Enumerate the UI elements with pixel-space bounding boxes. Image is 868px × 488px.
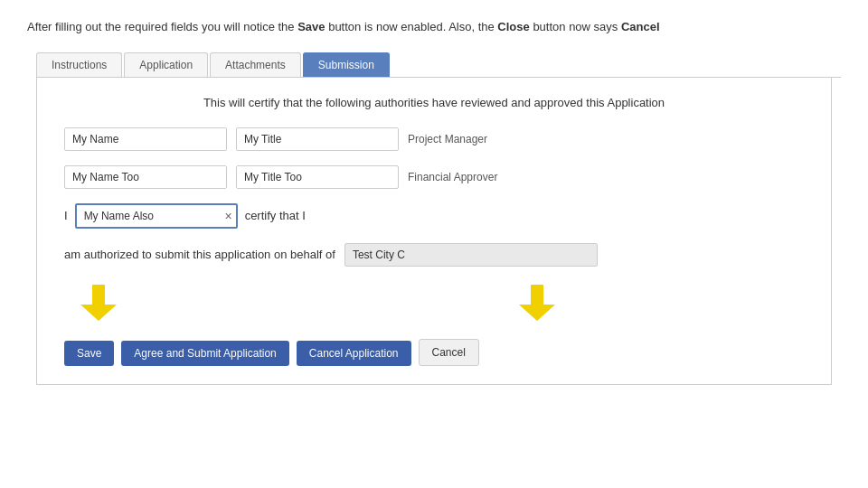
- cancel-bold: Cancel: [621, 20, 660, 33]
- save-arrow: [80, 285, 117, 321]
- buttons-row: Save Agree and Submit Application Cancel…: [64, 339, 804, 366]
- certify-text: This will certify that the following aut…: [64, 96, 804, 109]
- inline-row: I × certify that I: [64, 203, 804, 229]
- tab-submission[interactable]: Submission: [303, 52, 390, 77]
- cancel-arrow: [519, 285, 555, 321]
- cancel-application-button[interactable]: Cancel Application: [297, 341, 411, 366]
- buttons-area: Save Agree and Submit Application Cancel…: [64, 285, 804, 366]
- title-input-2[interactable]: [236, 165, 399, 189]
- role-label-1: Project Manager: [408, 133, 516, 145]
- save-bold: Save: [297, 20, 325, 33]
- row2: Financial Approver: [64, 165, 804, 189]
- behalf-label: am authorized to submit this application…: [64, 248, 335, 261]
- behalf-input[interactable]: [344, 243, 598, 267]
- row1: Project Manager: [64, 127, 804, 151]
- role-label-2: Financial Approver: [408, 171, 516, 183]
- save-arrow-head: [80, 305, 117, 321]
- tab-attachments[interactable]: Attachments: [210, 52, 301, 77]
- inline-name-wrapper: ×: [75, 203, 238, 229]
- name-input-2[interactable]: [64, 165, 227, 189]
- agree-button[interactable]: Agree and Submit Application: [121, 341, 288, 366]
- tab-bar: Instructions Application Attachments Sub…: [36, 52, 841, 78]
- cancel-arrow-body: [531, 285, 543, 305]
- form-container: This will certify that the following aut…: [36, 78, 832, 385]
- intro-suffix: button now says: [530, 20, 621, 33]
- save-button[interactable]: Save: [64, 341, 114, 366]
- intro-text: After filling out the required fields yo…: [27, 18, 841, 36]
- clear-button[interactable]: ×: [224, 210, 231, 222]
- certify-text2: certify that I: [245, 209, 306, 222]
- cancel-arrow-head: [519, 305, 555, 321]
- inline-prefix: I: [64, 209, 68, 222]
- tab-application[interactable]: Application: [124, 52, 208, 77]
- close-bold: Close: [497, 20, 529, 33]
- inline-name-input[interactable]: [75, 203, 238, 229]
- intro-prefix: After filling out the required fields yo…: [27, 20, 297, 33]
- name-input-1[interactable]: [64, 127, 227, 151]
- title-input-1[interactable]: [236, 127, 399, 151]
- behalf-row: am authorized to submit this application…: [64, 243, 804, 267]
- intro-middle: button is now enabled. Also, the: [326, 20, 498, 33]
- save-arrow-body: [92, 285, 105, 305]
- tab-instructions[interactable]: Instructions: [36, 52, 122, 77]
- cancel-button[interactable]: Cancel: [419, 339, 479, 366]
